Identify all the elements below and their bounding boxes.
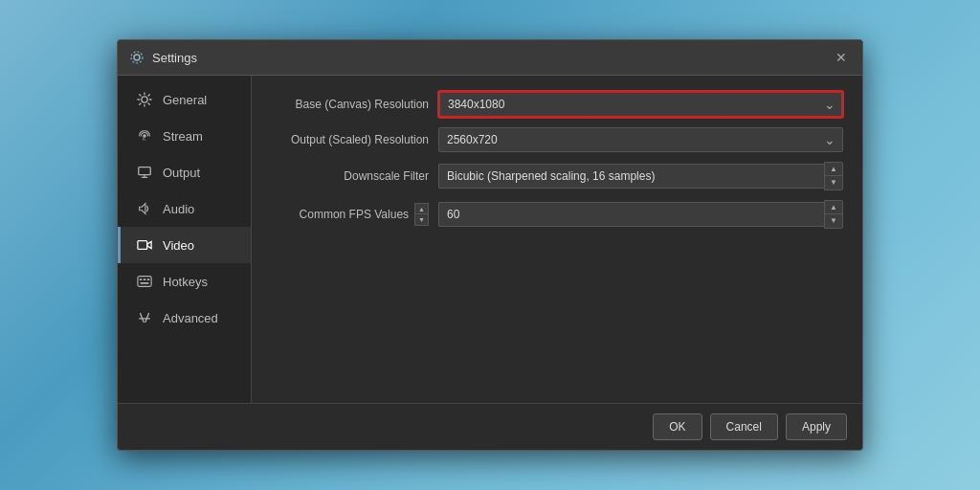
general-icon [136, 91, 153, 108]
sidebar-item-output[interactable]: Output [118, 154, 251, 190]
fps-spinner-control: ▲ ▼ [438, 200, 843, 229]
dialog-body: General A Stream [118, 76, 862, 403]
downscale-filter-label: Downscale Filter [271, 169, 438, 183]
hotkeys-icon [136, 273, 153, 290]
downscale-spinner-control: ▲ ▼ [438, 162, 843, 190]
fps-label-spinner: ▲ ▼ [414, 203, 429, 226]
sidebar-item-advanced[interactable]: Advanced [118, 300, 251, 336]
downscale-filter-control: ▲ ▼ [438, 162, 843, 190]
base-resolution-select[interactable]: 3840x1080 [438, 91, 843, 118]
dialog-footer: OK Cancel Apply [118, 403, 862, 450]
base-resolution-row: Base (Canvas) Resolution 3840x1080 [271, 91, 843, 118]
fps-down-button[interactable]: ▼ [825, 214, 842, 228]
output-resolution-wrapper: 2560x720 [438, 127, 843, 152]
fps-up-button[interactable]: ▲ [825, 201, 842, 214]
settings-dialog: Settings ✕ General [117, 39, 863, 451]
fps-label: Common FPS Values [300, 208, 410, 221]
fps-label-group: Common FPS Values ▲ ▼ [271, 203, 438, 226]
svg-rect-9 [144, 278, 146, 280]
sidebar-item-audio[interactable]: Audio [118, 190, 251, 227]
sidebar-label-advanced: Advanced [163, 311, 218, 325]
title-bar: Settings ✕ [118, 40, 862, 76]
fps-spinner-buttons: ▲ ▼ [824, 200, 843, 229]
fps-input[interactable] [438, 202, 824, 227]
content-area: Base (Canvas) Resolution 3840x1080 Outpu… [252, 76, 862, 403]
svg-point-0 [134, 55, 140, 60]
output-resolution-label: Output (Scaled) Resolution [271, 133, 438, 146]
downscale-up-button[interactable]: ▲ [825, 163, 842, 176]
base-resolution-control: 3840x1080 [438, 91, 843, 118]
sidebar-item-hotkeys[interactable]: Hotkeys [118, 263, 251, 300]
fps-label-up-btn[interactable]: ▲ [415, 204, 428, 214]
downscale-spinner-buttons: ▲ ▼ [824, 162, 843, 190]
downscale-down-button[interactable]: ▼ [825, 176, 842, 189]
apply-button[interactable]: Apply [786, 413, 847, 440]
sidebar-label-general: General [163, 93, 207, 107]
output-resolution-row: Output (Scaled) Resolution 2560x720 [271, 127, 843, 152]
base-resolution-label: Base (Canvas) Resolution [271, 98, 438, 111]
sidebar-item-general[interactable]: General [118, 81, 251, 118]
sidebar-label-stream: Stream [163, 129, 203, 144]
sidebar-item-stream[interactable]: A Stream [118, 118, 251, 154]
downscale-filter-input[interactable] [438, 164, 824, 189]
fps-value-control: ▲ ▼ [438, 200, 843, 229]
sidebar-label-hotkeys: Hotkeys [163, 275, 208, 289]
advanced-icon [136, 309, 153, 326]
close-button[interactable]: ✕ [832, 48, 851, 67]
svg-text:A: A [143, 137, 145, 142]
sidebar: General A Stream [118, 76, 252, 403]
settings-app-icon [129, 50, 145, 65]
sidebar-label-audio: Audio [163, 202, 194, 216]
ok-button[interactable]: OK [653, 413, 702, 440]
output-icon [136, 164, 153, 181]
svg-rect-8 [140, 278, 143, 280]
fps-label-down-btn[interactable]: ▼ [415, 214, 428, 225]
fps-row: Common FPS Values ▲ ▼ ▲ ▼ [271, 200, 843, 229]
output-resolution-control: 2560x720 [438, 127, 843, 152]
output-resolution-select[interactable]: 2560x720 [438, 127, 843, 152]
svg-rect-10 [147, 278, 150, 280]
downscale-filter-row: Downscale Filter ▲ ▼ [271, 162, 843, 190]
title-bar-left: Settings [129, 50, 197, 65]
svg-rect-6 [138, 241, 147, 250]
cancel-button[interactable]: Cancel [710, 413, 778, 440]
dialog-title: Settings [152, 51, 197, 65]
base-resolution-wrapper: 3840x1080 [438, 91, 843, 118]
sidebar-item-video[interactable]: Video [118, 227, 251, 263]
svg-rect-5 [139, 167, 150, 175]
sidebar-label-video: Video [163, 238, 194, 253]
video-icon [136, 236, 153, 254]
svg-point-2 [142, 97, 147, 102]
sidebar-label-output: Output [163, 166, 200, 180]
svg-rect-7 [138, 277, 151, 287]
svg-point-1 [131, 52, 143, 63]
svg-rect-11 [141, 282, 149, 284]
stream-icon: A [136, 127, 153, 145]
audio-icon [136, 200, 153, 217]
